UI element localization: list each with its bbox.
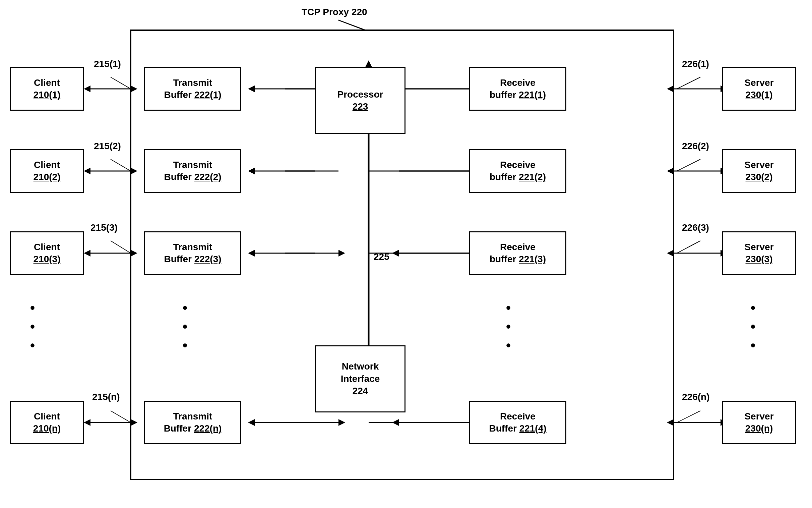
connection-226-3-label: 226(3) (682, 222, 709, 233)
svg-line-21 (677, 77, 701, 89)
server-3-box: Server 230(3) (722, 231, 796, 275)
svg-line-33 (677, 411, 701, 423)
connection-215-n-label: 215(n) (92, 392, 120, 403)
svg-line-29 (677, 241, 701, 253)
transmit-buffer-1-box: Transmit Buffer 222(1) (144, 67, 241, 111)
transmit-buffer-3-box: Transmit Buffer 222(3) (144, 231, 241, 275)
server-n-box: Server 230(n) (722, 401, 796, 444)
svg-line-13 (110, 241, 131, 253)
tcp-proxy-label: TCP Proxy 220 (302, 7, 367, 17)
svg-marker-11 (131, 250, 137, 256)
client-2-box: Client 210(2) (10, 149, 84, 193)
svg-marker-12 (84, 250, 91, 256)
network-interface-box: Network Interface 224 (315, 345, 405, 413)
receive-buffer-3-box: Receive buffer 221(3) (469, 231, 566, 275)
client-n-box: Client 210(n) (10, 401, 84, 444)
connection-226-2-label: 226(2) (682, 141, 709, 152)
svg-line-9 (110, 159, 131, 171)
connection-215-3-label: 215(3) (91, 222, 117, 233)
svg-marker-31 (667, 419, 674, 426)
svg-marker-37 (248, 168, 255, 174)
client-1-box: Client 210(1) (10, 67, 84, 111)
receive-buffer-4-box: Receive Buffer 221(4) (469, 401, 566, 444)
client-3-box: Client 210(3) (10, 231, 84, 275)
svg-marker-15 (131, 419, 137, 426)
arrows-svg (0, 0, 812, 508)
connection-215-1-label: 215(1) (94, 59, 121, 70)
svg-marker-4 (84, 85, 91, 92)
svg-marker-35 (248, 85, 255, 92)
dots-right: ••• (751, 298, 755, 355)
svg-marker-16 (84, 419, 91, 426)
svg-marker-42 (248, 419, 255, 426)
svg-marker-8 (84, 168, 91, 174)
svg-marker-43 (338, 419, 345, 426)
receive-buffer-2-box: Receive buffer 221(2) (469, 149, 566, 193)
bus-label: 225 (374, 252, 389, 262)
connection-226-1-label: 226(1) (682, 59, 709, 70)
svg-marker-19 (667, 85, 674, 92)
transmit-buffer-n-box: Transmit Buffer 222(n) (144, 401, 241, 444)
svg-marker-40 (338, 250, 345, 256)
connection-215-2-label: 215(2) (94, 141, 121, 152)
processor-box: Processor 223 (315, 67, 405, 134)
svg-marker-39 (248, 250, 255, 256)
transmit-buffer-2-box: Transmit Buffer 222(2) (144, 149, 241, 193)
svg-line-1 (338, 20, 365, 30)
dots-receive: ••• (506, 298, 511, 355)
receive-buffer-1-box: Receive buffer 221(1) (469, 67, 566, 111)
server-1-box: Server 230(1) (722, 67, 796, 111)
svg-marker-3 (131, 85, 137, 92)
svg-line-25 (677, 159, 701, 171)
dots-transmit: ••• (183, 298, 187, 355)
server-2-box: Server 230(2) (722, 149, 796, 193)
connection-226-n-label: 226(n) (682, 392, 710, 403)
svg-marker-27 (667, 250, 674, 256)
svg-marker-23 (667, 168, 674, 174)
svg-line-17 (110, 411, 131, 423)
svg-line-5 (110, 77, 131, 89)
diagram-container: TCP Proxy 220 Client 210(1) 215(1) Clien… (0, 0, 812, 508)
dots-left: ••• (30, 298, 35, 355)
svg-marker-7 (131, 168, 137, 174)
svg-marker-55 (365, 60, 372, 67)
